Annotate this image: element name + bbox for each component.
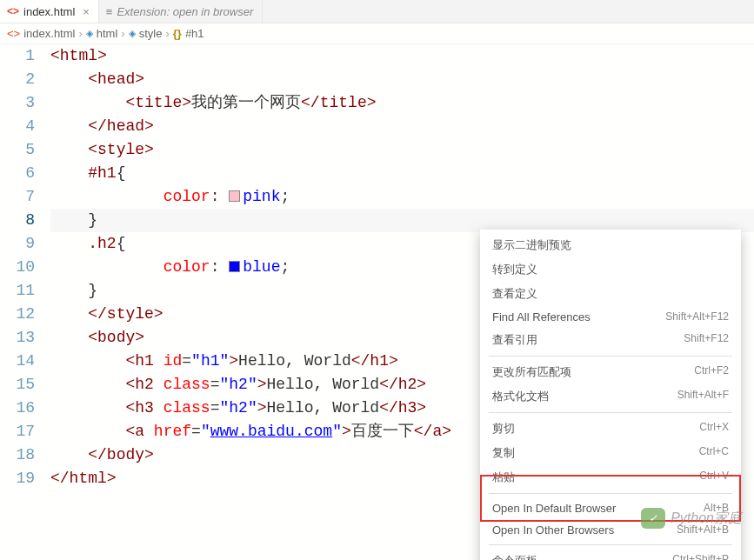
menu-item-shortcut: Ctrl+F2: [694, 364, 729, 380]
menu-item[interactable]: 更改所有匹配项Ctrl+F2: [480, 360, 741, 384]
element-icon: ◈: [129, 28, 136, 39]
menu-item-label: 显示二进制预览: [492, 237, 571, 253]
menu-item-label: 粘贴: [492, 470, 515, 485]
selector-icon: {}: [173, 27, 182, 40]
menu-item-label: 转到定义: [492, 262, 537, 277]
breadcrumb-item[interactable]: index.html: [23, 27, 75, 40]
html-file-icon: <>: [7, 5, 19, 17]
line-number: 15: [0, 373, 35, 397]
code-line[interactable]: color: pink;: [50, 185, 754, 209]
menu-separator: [489, 544, 732, 545]
menu-item[interactable]: Find All ReferencesShift+Alt+F12: [480, 306, 741, 328]
line-number: 8: [0, 209, 35, 232]
menu-item[interactable]: 剪切Ctrl+X: [480, 417, 741, 441]
line-number: 17: [0, 420, 35, 443]
code-line[interactable]: <html>: [50, 44, 754, 68]
breadcrumb-item[interactable]: style: [139, 27, 163, 40]
line-number: 9: [0, 232, 35, 256]
code-line[interactable]: </head>: [50, 115, 754, 138]
tab-index-html[interactable]: <>index.html×: [0, 0, 99, 23]
menu-item-shortcut: Shift+Alt+F12: [665, 310, 729, 323]
menu-item-label: 查看引用: [492, 332, 537, 348]
menu-item-label: Find All References: [492, 310, 591, 323]
tab-extension-open-in-browser[interactable]: ≡Extension: open in browser: [99, 0, 263, 23]
menu-separator: [489, 493, 732, 494]
breadcrumb-item[interactable]: html: [97, 27, 118, 40]
line-number: 19: [0, 467, 35, 490]
menu-separator: [489, 356, 732, 357]
line-number: 18: [0, 443, 35, 467]
menu-item-label: 查看定义: [492, 286, 537, 302]
line-number: 13: [0, 326, 35, 350]
breadcrumb-separator: ›: [165, 27, 169, 40]
line-numbers: 12345678910111213141516171819: [0, 44, 50, 490]
close-icon[interactable]: ×: [83, 5, 90, 18]
editor-tabs: <>index.html×≡Extension: open in browser: [0, 0, 754, 23]
menu-item[interactable]: 查看引用Shift+F12: [480, 328, 741, 352]
menu-item[interactable]: 显示二进制预览: [480, 233, 741, 257]
line-number: 10: [0, 256, 35, 279]
watermark: ✓ Python家庭: [641, 508, 742, 529]
line-number: 7: [0, 185, 35, 209]
menu-item[interactable]: 粘贴Ctrl+V: [480, 465, 741, 490]
menu-item-label: Open In Other Browsers: [492, 523, 614, 537]
menu-item-shortcut: Ctrl+X: [699, 421, 729, 437]
menu-item[interactable]: 命令面板...Ctrl+Shift+P: [480, 549, 741, 560]
code-line[interactable]: <title>我的第一个网页</title>: [50, 91, 754, 115]
line-number: 1: [0, 44, 35, 68]
menu-item[interactable]: 查看定义: [480, 282, 741, 306]
code-line[interactable]: }: [50, 209, 754, 232]
line-number: 5: [0, 138, 35, 162]
menu-item-label: 复制: [492, 445, 515, 461]
menu-item-label: 更改所有匹配项: [492, 364, 571, 380]
menu-item[interactable]: 转到定义: [480, 257, 741, 282]
menu-item-shortcut: Ctrl+Shift+P: [672, 553, 729, 560]
menu-item[interactable]: 格式化文档Shift+Alt+F: [480, 384, 741, 409]
menu-item-label: 命令面板...: [492, 553, 547, 560]
line-number: 2: [0, 68, 35, 91]
line-number: 4: [0, 115, 35, 138]
line-number: 3: [0, 91, 35, 115]
menu-item-label: Open In Default Browser: [492, 502, 616, 515]
html-file-icon: <>: [7, 27, 20, 40]
line-number: 16: [0, 397, 35, 420]
code-line[interactable]: <style>: [50, 138, 754, 162]
menu-item-shortcut: Ctrl+V: [699, 470, 729, 485]
line-number: 11: [0, 279, 35, 303]
line-number: 14: [0, 350, 35, 373]
breadcrumb-separator: ›: [78, 27, 82, 40]
code-line[interactable]: #h1{: [50, 162, 754, 185]
tab-label: index.html: [23, 5, 75, 18]
menu-separator: [489, 412, 732, 413]
menu-item-label: 剪切: [492, 421, 515, 437]
line-number: 6: [0, 162, 35, 185]
breadcrumb-separator: ›: [121, 27, 124, 40]
menu-item-label: 格式化文档: [492, 389, 549, 404]
extension-icon: ≡: [106, 5, 113, 18]
tab-label: Extension: open in browser: [117, 5, 253, 18]
menu-item-shortcut: Shift+F12: [684, 332, 729, 348]
element-icon: ◈: [86, 28, 93, 39]
breadcrumb-item[interactable]: #h1: [185, 27, 204, 40]
watermark-text: Python家庭: [671, 510, 742, 528]
menu-item[interactable]: 复制Ctrl+C: [480, 441, 741, 465]
menu-item-shortcut: Ctrl+C: [699, 445, 729, 461]
line-number: 12: [0, 303, 35, 326]
breadcrumb: <>index.html›◈html›◈style›{}#h1: [0, 23, 754, 44]
code-line[interactable]: <head>: [50, 68, 754, 91]
menu-item-shortcut: Shift+Alt+F: [677, 389, 729, 404]
wechat-icon: ✓: [641, 508, 665, 529]
